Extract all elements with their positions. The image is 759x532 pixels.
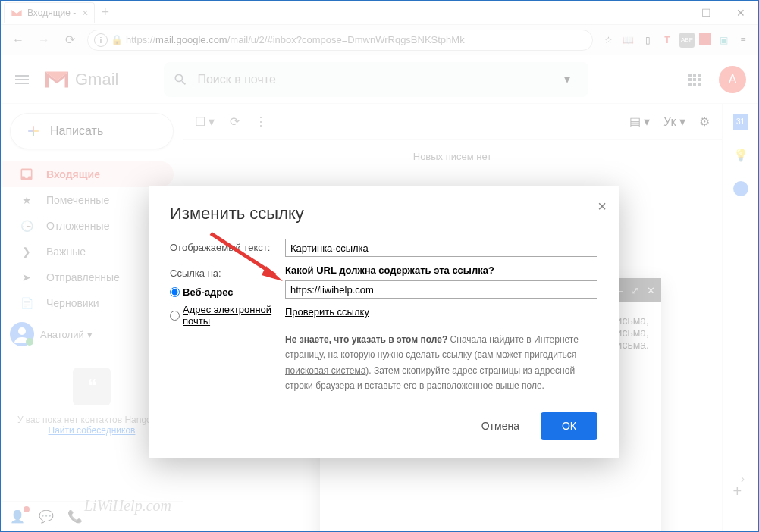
radio-web-input[interactable] [170,287,180,297]
radio-email-address[interactable]: Адрес электронной почты [170,304,285,327]
radio-web-address[interactable]: Веб-адрес [170,286,285,298]
radio-email-label: Адрес электронной почты [183,304,285,327]
link-to-label: Ссылка на: [170,264,285,279]
search-engine-link[interactable]: поисковая система [285,365,365,376]
display-text-input[interactable] [285,239,597,257]
help-text: Не знаете, что указать в этом поле? Снач… [285,332,597,394]
cancel-button[interactable]: Отмена [472,414,528,438]
ok-button[interactable]: ОК [541,412,597,440]
radio-email-input[interactable] [170,311,180,321]
url-prompt-text: Какой URL должна содержать эта ссылка? [285,264,597,276]
radio-web-label: Веб-адрес [183,286,234,298]
dialog-close-icon[interactable]: × [597,198,607,215]
edit-link-dialog: Изменить ссылку × Отображаемый текст: Сс… [149,186,619,458]
dialog-title: Изменить ссылку [170,204,597,224]
test-link[interactable]: Проверить ссылку [285,306,369,318]
url-input[interactable] [285,280,597,299]
display-text-label: Отображаемый текст: [170,239,285,253]
